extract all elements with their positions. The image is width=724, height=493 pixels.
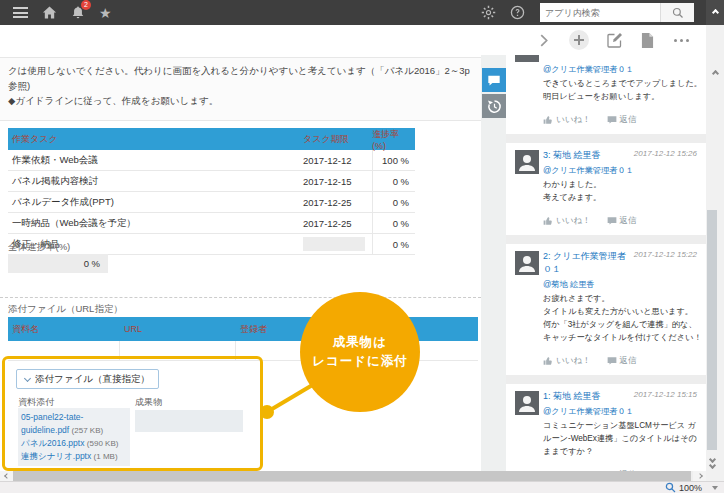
record-toolbar [0,25,706,55]
history-icon [487,99,502,114]
zoom-magnifier-icon [665,482,676,493]
comment-body: わかりました。 考えてみます。 [543,178,703,204]
reply-bubble-icon [607,216,617,226]
col-header-url: URL [120,324,236,334]
task-subtable: 作業タスク タスク期限 進捗率(%) 作業依頼・Web会議 2017-12-12… [8,128,415,255]
like-button[interactable]: いいね！ [543,114,591,126]
record-detail-pane: クは使用しないでください。代わりに画面を入れると分かりやすいと考えています（「パ… [0,55,481,471]
col-header-due: タスク期限 [300,133,372,146]
due-cell: 2017-12-12 [300,150,372,170]
task-cell: 作業依頼・Web会議 [8,150,300,170]
scroll-up-icon[interactable] [713,71,718,76]
avatar [515,251,539,279]
history-toggle-button[interactable] [482,94,506,118]
settings-gear-icon[interactable] [481,5,496,20]
notification-count-badge: 2 [81,0,91,10]
thumbs-up-icon [543,356,553,366]
favorites-star-icon[interactable]: ★ [99,6,112,20]
callout-bubble: 成果物は レコードに添付 [300,292,420,412]
col-header-task: 作業タスク [8,133,300,146]
zoom-level[interactable]: 100% [679,483,702,493]
like-button[interactable]: いいね！ [543,355,591,367]
edit-record-icon[interactable] [607,32,623,48]
reply-button[interactable]: 返信 [607,215,637,227]
browser-status-bar: 100% [0,481,724,493]
guideline-description: クは使用しないでください。代わりに画面を入れると分かりやすいと考えています（「パ… [0,57,481,121]
comment-item: 3: 菊地 絵里香 2017-12-12 15:26 @クリエ作業管理者０１ わ… [506,143,706,235]
task-subtable-header: 作業タスク タスク期限 進捗率(%) [8,128,415,150]
overall-progress-value: 0 % [8,254,108,273]
comment-timestamp: 2017-12-12 15:26 [634,149,697,158]
table-row: パネルデータ作成(PPT) 2017-12-25 0 % [8,192,415,213]
comment-item: 2: クリエ作業管理者０１ 2017-12-12 15:22 @菊地 絵里香 お… [506,244,706,375]
scroll-right-icon[interactable] [693,471,706,481]
comment-timestamp: 2017-12-12 15:15 [634,390,697,399]
due-cell: 2017-12-15 [300,171,372,191]
speech-bubble-icon [487,74,501,87]
progress-cell: 0 % [372,171,415,191]
horizontal-scrollbar[interactable] [0,471,706,481]
comment-body: お疲れさまです。 タイトルも変えた方がいいと思います。 何か「3社がタッグを組ん… [543,292,703,344]
notifications-bell-icon[interactable]: 2 [71,5,85,20]
mention-link[interactable]: @菊地 絵里香 [543,278,703,291]
due-cell: 2017-12-25 [300,192,372,212]
comment-body: コミュニケーション基盤LCMサービス ガルーン-WebEx連携」このタイトルはそ… [543,419,703,458]
mention-link[interactable]: @クリエ作業管理者０１ [543,405,703,418]
comment-item: @クリエ作業管理者０１ できているところまででアップしました。 明日レビューをお… [506,55,706,134]
comment-body: できているところまででアップしました。 明日レビューをお願いします。 [543,77,703,103]
scroll-left-icon[interactable] [0,471,13,481]
like-button[interactable]: いいね！ [543,215,591,227]
help-icon[interactable] [510,5,525,20]
scrollbar-top-button[interactable] [706,0,724,25]
mention-link[interactable]: @クリエ作業管理者０１ [543,164,703,177]
menu-icon[interactable] [13,7,28,18]
avatar [515,391,539,419]
zoom-dropdown-caret[interactable] [712,486,718,490]
app-header: 2 ★ [0,0,706,25]
thumbs-up-icon [543,115,553,125]
scrollbar-thumb[interactable] [707,210,717,450]
comment-author-link[interactable]: 3: 菊地 絵里香 [543,149,630,162]
comments-panel: @クリエ作業管理者０１ できているところまででアップしました。 明日レビューをお… [506,55,706,471]
task-cell: パネルデータ作成(PPT) [8,192,300,212]
comment-author-link[interactable]: 1: 菊地 絵里香 [543,390,630,403]
progress-cell: 100 % [372,150,415,170]
reply-bubble-icon [607,115,617,125]
section-divider [0,297,481,298]
thumbs-up-icon [543,216,553,226]
mention-link[interactable]: @クリエ作業管理者０１ [543,63,703,76]
duplicate-record-icon[interactable] [641,33,654,48]
attachment-highlight-frame [2,356,263,471]
horizontal-scrollbar-thumb[interactable] [13,471,691,481]
col-header-progress: 進捗率(%) [372,128,415,151]
progress-cell: 0 % [372,213,415,233]
table-row: パネル掲載内容検討 2017-12-15 0 % [8,171,415,192]
next-record-icon[interactable] [538,34,551,47]
reply-bubble-icon [607,356,617,366]
col-header-doc-name: 資料名 [8,323,120,336]
comment-author-link[interactable]: 2: クリエ作業管理者０１ [543,250,630,276]
reply-button[interactable]: 返信 [607,114,637,126]
due-cell: 2017-12-25 [300,213,372,233]
url-attachments-label: 添付ファイル（URL指定） [8,303,123,316]
table-row: 作業依頼・Web会議 2017-12-12 100 % [8,150,415,171]
task-cell: パネル掲載内容検討 [8,171,300,191]
comments-toggle-button[interactable] [482,68,506,92]
table-row: 一時納品（Web会議を予定） 2017-12-25 0 % [8,213,415,234]
avatar [515,55,539,62]
add-record-icon[interactable] [569,30,589,50]
search-input[interactable] [540,3,660,22]
due-cell-empty [300,234,372,254]
home-icon[interactable] [42,5,57,20]
overall-progress-label: 全体進捗率(%) [8,241,70,254]
reply-button[interactable]: 返信 [607,355,637,367]
progress-cell: 0 % [372,192,415,212]
more-options-icon[interactable] [672,39,690,42]
scroll-down-icons[interactable] [710,456,715,469]
search-icon[interactable] [660,3,694,22]
comment-item: 1: 菊地 絵里香 2017-12-12 15:15 @クリエ作業管理者０１ コ… [506,384,706,471]
avatar [515,150,539,178]
progress-cell: 0 % [372,234,415,254]
page-scrollbar[interactable] [706,0,724,481]
comment-timestamp: 2017-12-12 15:22 [634,250,697,259]
